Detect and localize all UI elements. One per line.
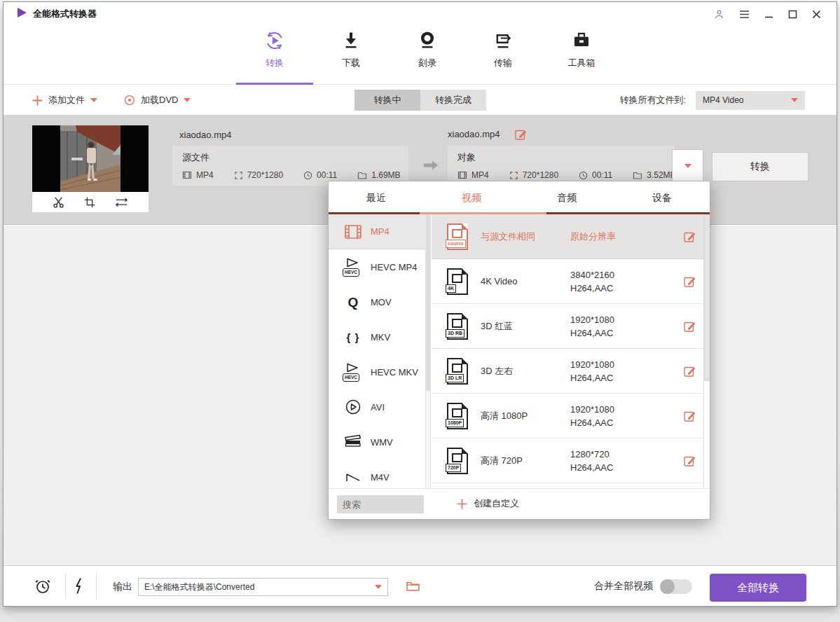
edit-preset-icon[interactable] — [684, 365, 696, 377]
tab-converting[interactable]: 转换中 — [354, 90, 420, 111]
nav-tab-burn[interactable]: 刻录 — [394, 30, 461, 69]
preset-list-scrollbar[interactable] — [703, 214, 710, 488]
close-icon[interactable] — [812, 10, 821, 19]
format-item-mkv[interactable]: { } MKV — [329, 319, 430, 354]
edit-preset-icon[interactable] — [684, 320, 696, 332]
divider — [96, 574, 97, 599]
mp4-film-icon — [344, 223, 362, 240]
add-files-button[interactable]: 添加文件 — [32, 94, 97, 106]
toolbar: 添加文件 加载DVD 转换中 转换完成 转换所有文件到: MP4 Video — [4, 85, 836, 116]
plus-icon — [457, 499, 467, 509]
video-thumbnail — [32, 125, 149, 192]
format-item-hevc-mp4[interactable]: HEVC HEVC MP4 — [329, 249, 430, 284]
nav-label: 工具箱 — [568, 57, 595, 69]
format-item-mov[interactable]: Q MOV — [329, 284, 430, 319]
load-dvd-button[interactable]: 加载DVD — [124, 94, 191, 106]
nav-tab-toolbox[interactable]: 工具箱 — [548, 30, 615, 69]
preset-3drb-icon: 3D RB — [447, 313, 468, 340]
chevron-down-icon — [90, 98, 97, 102]
burn-disc-icon — [417, 30, 438, 51]
preset-4k-icon: 4K — [447, 268, 468, 295]
create-custom-button[interactable]: 创建自定义 — [457, 497, 519, 510]
nav-label: 传输 — [494, 57, 512, 69]
convert-all-button[interactable]: 全部转换 — [710, 574, 806, 602]
hevc-play-icon: HEVC — [343, 258, 364, 277]
convert-single-button[interactable]: 转换 — [712, 152, 808, 181]
menu-icon[interactable] — [739, 10, 750, 19]
preset-row-3d-redblue[interactable]: 3D RB 3D 红蓝 1920*1080H264,AAC — [432, 304, 710, 349]
preset-row-hd-720p[interactable]: 720P 高清 720P 1280*720H264,AAC — [432, 438, 710, 483]
user-account-icon[interactable] — [714, 9, 724, 20]
chevron-down-icon — [684, 164, 691, 168]
popup-tab-device[interactable]: 设备 — [614, 181, 710, 214]
format-film-icon — [182, 170, 192, 180]
preset-row-4k[interactable]: 4K 4K Video 3840*2160H264,AAC — [432, 259, 710, 304]
preset-1080p-icon: 1080P — [447, 403, 468, 429]
merge-videos-toggle[interactable] — [660, 579, 692, 594]
target-format-dropdown-button[interactable] — [672, 149, 703, 182]
preset-list: source 与源文件相同 原始分辨率 4K 4K Video 3840*216… — [432, 214, 710, 488]
tab-finished[interactable]: 转换完成 — [420, 90, 486, 111]
trim-scissors-icon[interactable] — [52, 195, 65, 209]
format-item-mp4[interactable]: MP4 — [329, 214, 430, 249]
format-search-input[interactable] — [337, 495, 424, 513]
resolution-expand-icon — [234, 171, 243, 180]
edit-preset-icon[interactable] — [684, 275, 696, 287]
source-to-target-arrow-icon — [423, 160, 439, 171]
download-icon — [340, 30, 362, 51]
preset-row-same-as-source[interactable]: source 与源文件相同 原始分辨率 — [432, 214, 710, 259]
convert-icon — [264, 30, 285, 51]
convert-all-format-dropdown[interactable]: MP4 Video — [696, 91, 805, 110]
effects-sliders-icon[interactable] — [114, 196, 129, 209]
rename-edit-icon[interactable] — [515, 128, 527, 140]
preset-720p-icon: 720P — [447, 448, 468, 474]
edit-preset-icon[interactable] — [684, 455, 696, 466]
preset-row-3d-leftright[interactable]: 3D LR 3D 左右 1920*1080H264,AAC — [432, 349, 710, 394]
format-list-scrollbar[interactable] — [425, 214, 430, 488]
nav-label: 刻录 — [418, 57, 436, 69]
size-folder-icon — [633, 171, 642, 180]
dvd-disc-icon — [124, 95, 135, 106]
toolbox-icon — [571, 30, 592, 51]
format-item-avi[interactable]: AVI — [329, 389, 430, 424]
format-picker-popup: 最近 视频 音频 设备 MP4 HEVC HEVC MP4 Q MOV { } … — [328, 181, 710, 520]
edit-preset-icon[interactable] — [684, 230, 696, 242]
output-path-combobox[interactable]: E:\全能格式转换器\Converted — [138, 578, 388, 596]
app-window: 全能格式转换器 转换 下载 刻录 传输 工具箱 — [3, 1, 837, 607]
performance-bolt-icon[interactable] — [73, 577, 85, 595]
maximize-icon[interactable] — [788, 10, 797, 19]
nav-tab-transfer[interactable]: 传输 — [469, 30, 537, 69]
schedule-alarm-icon[interactable] — [34, 577, 52, 595]
chevron-down-icon — [184, 98, 191, 102]
duration-clock-icon — [579, 171, 588, 180]
target-info-panel: 对象 MP4 720*1280 00:11 3.52MB — [448, 146, 675, 186]
nav-tab-download[interactable]: 下载 — [317, 30, 385, 69]
hevc-play-icon: HEVC — [343, 363, 364, 382]
crop-icon[interactable] — [83, 196, 96, 209]
wmv-clapperboard-icon — [344, 434, 362, 450]
format-list: MP4 HEVC HEVC MP4 Q MOV { } MKV HEVC HEV… — [329, 214, 431, 488]
app-logo-icon — [18, 8, 27, 18]
target-panel-title: 对象 — [457, 151, 665, 164]
preset-row-hd-1080p[interactable]: 1080P 高清 1080P 1920*1080H264,AAC — [432, 394, 710, 438]
open-folder-icon[interactable] — [406, 580, 420, 592]
format-item-m4v[interactable]: M4V — [329, 459, 430, 488]
titlebar: 全能格式转换器 — [4, 2, 836, 23]
popup-tab-audio[interactable]: 音频 — [519, 181, 614, 214]
plus-icon — [32, 95, 43, 106]
transfer-icon — [493, 30, 514, 51]
output-label: 输出 — [113, 581, 132, 593]
size-folder-icon — [357, 171, 367, 180]
nav-label: 转换 — [266, 57, 284, 69]
popup-tab-recent[interactable]: 最近 — [329, 181, 424, 214]
duration-clock-icon — [303, 171, 312, 180]
thumbnail-toolbar — [32, 192, 149, 212]
minimize-icon[interactable] — [764, 10, 773, 19]
format-item-hevc-mkv[interactable]: HEVC HEVC MKV — [329, 354, 430, 389]
nav-tab-convert[interactable]: 转换 — [241, 30, 308, 69]
format-item-wmv[interactable]: WMV — [329, 424, 430, 459]
edit-preset-icon[interactable] — [684, 410, 696, 422]
source-filename: xiaodao.mp4 — [179, 130, 231, 140]
popup-tab-video[interactable]: 视频 — [424, 181, 519, 214]
bottom-bar: 输出 E:\全能格式转换器\Converted 合并全部视频 全部转换 — [4, 565, 836, 606]
